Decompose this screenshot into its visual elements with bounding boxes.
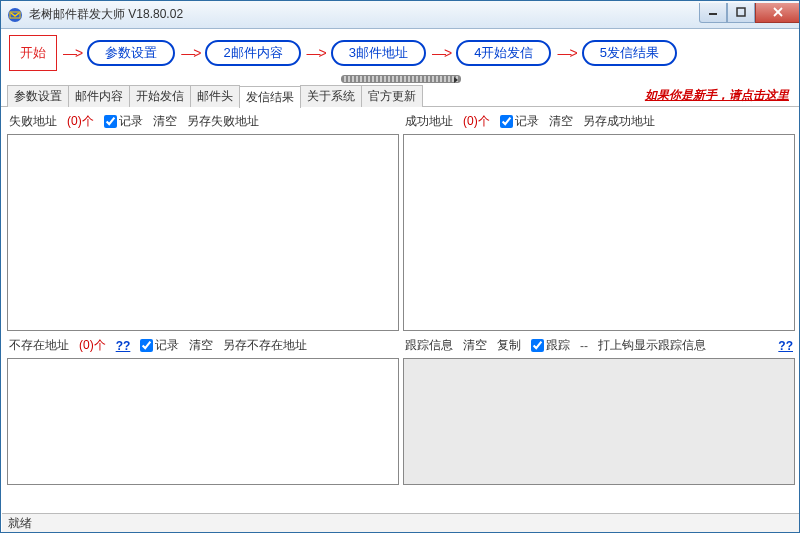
pane-success: 成功地址 (0)个 记录 清空 另存成功地址: [403, 111, 795, 331]
window-title: 老树邮件群发大师 V18.80.02: [29, 6, 699, 23]
minimize-button[interactable]: [699, 3, 727, 23]
tab-params[interactable]: 参数设置: [7, 85, 69, 107]
success-clear-button[interactable]: 清空: [549, 113, 573, 130]
tab-start-send[interactable]: 开始发信: [129, 85, 191, 107]
trace-copy-button[interactable]: 复制: [497, 337, 521, 354]
arrow-icon: —>: [61, 45, 83, 61]
notexist-help-link[interactable]: ??: [116, 339, 131, 353]
success-save-button[interactable]: 另存成功地址: [583, 113, 655, 130]
arrow-icon: —>: [179, 45, 201, 61]
trace-dash: --: [580, 339, 588, 353]
fail-record-input[interactable]: [104, 115, 117, 128]
success-record-label: 记录: [515, 113, 539, 130]
fail-title: 失败地址: [9, 113, 57, 130]
tab-about[interactable]: 关于系统: [300, 85, 362, 107]
newbie-help-link[interactable]: 如果你是新手，请点击这里: [645, 87, 795, 104]
notexist-record-input[interactable]: [140, 339, 153, 352]
step-address[interactable]: 3邮件地址: [331, 40, 426, 66]
arrow-icon: —>: [555, 45, 577, 61]
pane-fail-header: 失败地址 (0)个 记录 清空 另存失败地址: [7, 111, 399, 134]
notexist-title: 不存在地址: [9, 337, 69, 354]
fail-record-checkbox[interactable]: 记录: [104, 113, 143, 130]
pane-notexist-header: 不存在地址 (0)个 ?? 记录 清空 另存不存在地址: [7, 335, 399, 358]
success-title: 成功地址: [405, 113, 453, 130]
step-content[interactable]: 2邮件内容: [205, 40, 300, 66]
fail-save-button[interactable]: 另存失败地址: [187, 113, 259, 130]
svg-rect-3: [737, 8, 745, 16]
notexist-count: (0)个: [79, 337, 106, 354]
fail-list[interactable]: [7, 134, 399, 331]
window-controls: [699, 3, 800, 23]
step-send[interactable]: 4开始发信: [456, 40, 551, 66]
notexist-save-button[interactable]: 另存不存在地址: [223, 337, 307, 354]
pane-trace: 跟踪信息 清空 复制 跟踪 -- 打上钩显示跟踪信息 ??: [403, 335, 795, 485]
notexist-record-checkbox[interactable]: 记录: [140, 337, 179, 354]
notexist-clear-button[interactable]: 清空: [189, 337, 213, 354]
step-result[interactable]: 5发信结果: [582, 40, 677, 66]
success-list[interactable]: [403, 134, 795, 331]
tab-row: 参数设置 邮件内容 开始发信 邮件头 发信结果 关于系统 官方更新 如果你是新手…: [1, 85, 800, 107]
trace-track-checkbox[interactable]: 跟踪: [531, 337, 570, 354]
tab-update[interactable]: 官方更新: [361, 85, 423, 107]
titlebar: 老树邮件群发大师 V18.80.02: [1, 1, 800, 29]
arrow-icon: —>: [305, 45, 327, 61]
result-grid: 失败地址 (0)个 记录 清空 另存失败地址 成功地址 (0)个 记录 清空 另…: [1, 107, 800, 489]
maximize-button[interactable]: [727, 3, 755, 23]
status-text: 就绪: [8, 515, 32, 532]
success-record-checkbox[interactable]: 记录: [500, 113, 539, 130]
status-bar: 就绪: [2, 513, 800, 533]
pane-notexist: 不存在地址 (0)个 ?? 记录 清空 另存不存在地址: [7, 335, 399, 485]
start-button[interactable]: 开始: [9, 35, 57, 71]
tab-send-result[interactable]: 发信结果: [239, 86, 301, 108]
pane-trace-header: 跟踪信息 清空 复制 跟踪 -- 打上钩显示跟踪信息 ??: [403, 335, 795, 358]
trace-track-input[interactable]: [531, 339, 544, 352]
trace-help-link[interactable]: ??: [778, 339, 793, 353]
fail-record-label: 记录: [119, 113, 143, 130]
step-params[interactable]: 参数设置: [87, 40, 175, 66]
arrow-icon: —>: [430, 45, 452, 61]
success-record-input[interactable]: [500, 115, 513, 128]
app-icon: [7, 7, 23, 23]
workflow-bar: 开始 —> 参数设置 —> 2邮件内容 —> 3邮件地址 —> 4开始发信 —>…: [1, 29, 800, 75]
trace-clear-button[interactable]: 清空: [463, 337, 487, 354]
notexist-list[interactable]: [7, 358, 399, 485]
fail-count: (0)个: [67, 113, 94, 130]
notexist-record-label: 记录: [155, 337, 179, 354]
trace-track-label: 跟踪: [546, 337, 570, 354]
close-button[interactable]: [755, 3, 800, 23]
divider-handle[interactable]: [341, 75, 461, 83]
trace-list[interactable]: [403, 358, 795, 485]
trace-title: 跟踪信息: [405, 337, 453, 354]
trace-hint: 打上钩显示跟踪信息: [598, 337, 706, 354]
pane-success-header: 成功地址 (0)个 记录 清空 另存成功地址: [403, 111, 795, 134]
tab-mail-header[interactable]: 邮件头: [190, 85, 240, 107]
success-count: (0)个: [463, 113, 490, 130]
tab-mail-content[interactable]: 邮件内容: [68, 85, 130, 107]
pane-fail: 失败地址 (0)个 记录 清空 另存失败地址: [7, 111, 399, 331]
fail-clear-button[interactable]: 清空: [153, 113, 177, 130]
